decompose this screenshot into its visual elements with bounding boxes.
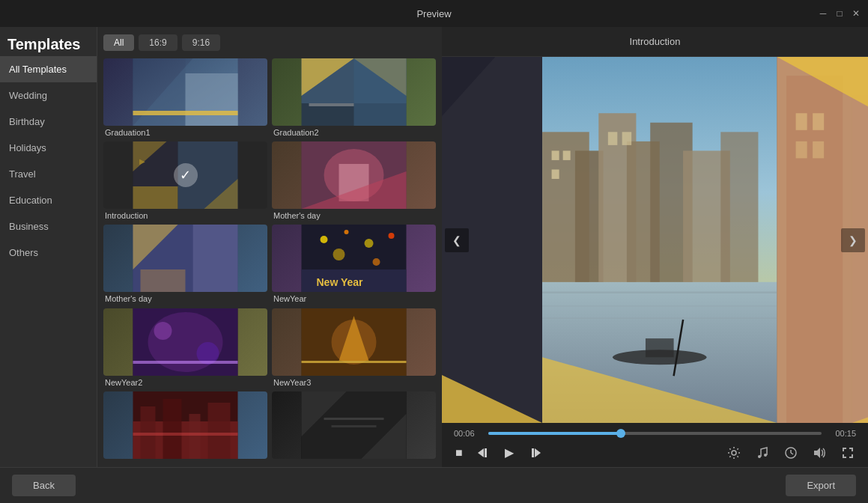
svg-point-31 [365,239,374,248]
template-name-newyear3: NewYear3 [272,378,436,387]
clock-icon [784,446,798,460]
sidebar-item-travel[interactable]: Travel [0,161,97,187]
music-icon [756,446,769,460]
svg-rect-60 [332,425,377,427]
controls-bar: 00:06 00:15 ■ ▶ [442,423,868,467]
main-layout: Templates All Templates Wedding Birthday… [0,27,868,467]
svg-rect-101 [485,448,487,457]
svg-point-106 [764,454,767,457]
sidebar: Templates All Templates Wedding Birthday… [0,27,97,467]
template-name-graduation1: Graduation1 [103,128,267,137]
filter-16-9-button[interactable]: 16:9 [139,34,177,51]
template-item-graduation2[interactable]: Graduation2 [272,58,436,137]
svg-rect-54 [133,433,238,436]
sidebar-section-title: Templates [0,30,97,56]
forward-button[interactable] [527,445,542,460]
template-item-newyear2[interactable]: NewYear2 [103,308,267,387]
progress-track[interactable] [488,432,822,435]
window-controls: ─ □ ✕ [817,7,862,19]
bottom-bar: Back Export [0,467,868,503]
template-item-graduation1[interactable]: Graduation1 [103,58,267,137]
minimize-button[interactable]: ─ [817,7,829,19]
svg-rect-103 [532,448,534,457]
svg-rect-85 [542,318,777,319]
template-item-newyear3[interactable]: NewYear3 [272,308,436,387]
svg-rect-81 [646,338,674,357]
template-item-mothers-day[interactable]: Mother's day [272,141,436,220]
volume-button[interactable] [811,445,828,461]
template-thumb-graduation2 [272,58,436,126]
forward-icon [529,447,541,459]
svg-text:New Year: New Year [317,276,364,288]
template-item-mothers-day2[interactable]: Mother's day [103,225,267,303]
svg-rect-75 [563,150,571,160]
svg-point-104 [732,451,736,455]
svg-point-40 [154,322,172,340]
template-thumb-mothers-day2 [103,225,267,292]
template-item-9[interactable] [103,391,267,461]
sidebar-item-all-templates[interactable]: All Templates [0,56,97,82]
volume-icon [813,446,826,460]
clock-button[interactable] [783,445,799,461]
settings-button[interactable] [726,445,742,461]
svg-rect-52 [189,414,201,459]
template-item-introduction[interactable]: ▶ ✓ Introduction [103,141,267,220]
svg-rect-73 [720,132,758,282]
template-thumb-10 [272,391,436,459]
time-current: 00:06 [454,429,481,438]
rewind-button[interactable] [476,445,491,460]
template-item-10[interactable] [272,391,436,461]
template-thumb-mothers-day [272,141,436,209]
music-button[interactable] [754,445,771,461]
svg-rect-53 [208,403,231,459]
back-button[interactable]: Back [12,475,76,496]
sidebar-item-others[interactable]: Others [0,240,97,266]
svg-rect-95 [813,141,824,159]
sidebar-item-business[interactable]: Business [0,213,97,240]
preview-nav-prev[interactable]: ❮ [445,228,469,252]
filter-all-button[interactable]: All [103,34,134,51]
fullscreen-icon [841,446,855,460]
play-button[interactable]: ▶ [503,444,515,461]
sidebar-item-education[interactable]: Education [0,187,97,213]
preview-nav-next[interactable]: ❯ [841,228,865,252]
sidebar-item-holidays[interactable]: Holidays [0,135,97,161]
filter-bar: All 16:9 9:16 [97,27,442,58]
gear-icon [727,446,741,460]
svg-point-105 [758,455,761,458]
template-thumb-newyear2 [103,308,267,376]
controls-buttons: ■ ▶ [454,444,856,461]
rewind-icon [478,447,490,459]
window-title: Preview [416,8,451,19]
filter-9-16-button[interactable]: 9:16 [182,34,220,51]
template-thumb-newyear3 [272,308,436,376]
template-thumb-graduation1 [103,58,267,126]
close-button[interactable]: ✕ [850,7,862,19]
svg-rect-59 [324,418,384,420]
stop-button[interactable]: ■ [454,445,464,461]
svg-rect-10 [309,103,354,106]
preview-area: Introduction [442,27,868,467]
fullscreen-button[interactable] [840,445,856,461]
template-name-newyear: NewYear [272,294,436,303]
svg-rect-78 [622,132,632,145]
sidebar-item-wedding[interactable]: Wedding [0,82,97,109]
template-item-newyear[interactable]: New Year NewYear [272,225,436,303]
template-name-newyear2: NewYear2 [103,378,267,387]
svg-rect-94 [796,141,807,159]
template-name-mothers-day: Mother's day [272,211,436,220]
preview-video-frame [442,57,868,423]
maximize-button[interactable]: □ [834,7,846,19]
svg-marker-102 [535,448,541,457]
preview-canvas: ❮ ❯ [442,57,868,423]
svg-rect-83 [542,291,777,293]
titlebar: Preview ─ □ ✕ [0,0,868,27]
svg-rect-27 [141,269,186,292]
template-name-mothers-day2: Mother's day [103,294,267,303]
template-grid: Graduation1 [97,58,442,467]
template-thumb-newyear: New Year [272,225,436,292]
preview-title: Introduction [630,36,681,47]
sidebar-item-birthday[interactable]: Birthday [0,109,97,135]
export-button[interactable]: Export [786,475,856,496]
svg-rect-90 [852,94,868,423]
